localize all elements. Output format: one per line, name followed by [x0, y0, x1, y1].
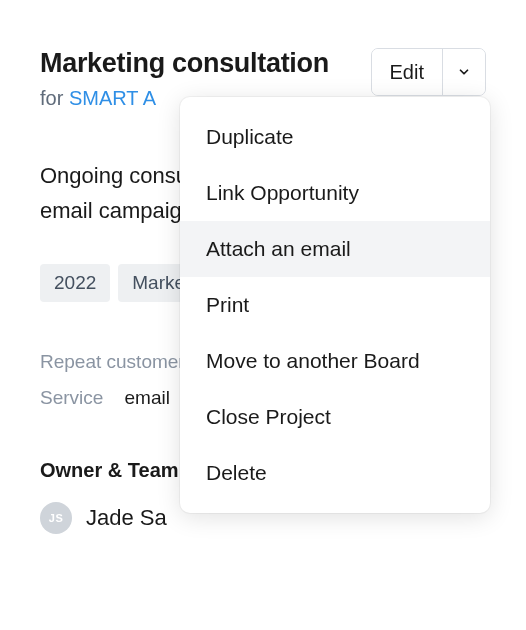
menu-item[interactable]: Close Project: [180, 389, 490, 445]
page-title: Marketing consultation: [40, 48, 371, 79]
edit-button-group: Edit: [371, 48, 486, 96]
menu-item[interactable]: Link Opportunity: [180, 165, 490, 221]
dropdown-toggle[interactable]: [442, 49, 485, 95]
repeat-customer-label: Repeat customer: [40, 351, 185, 372]
dropdown-menu: DuplicateLink OpportunityAttach an email…: [180, 97, 490, 513]
subtitle-link[interactable]: SMART A: [69, 87, 156, 109]
menu-item[interactable]: Print: [180, 277, 490, 333]
service-value: email: [124, 387, 169, 408]
tag[interactable]: 2022: [40, 264, 110, 302]
edit-button[interactable]: Edit: [372, 49, 442, 95]
menu-item[interactable]: Attach an email: [180, 221, 490, 277]
chevron-down-icon: [457, 65, 471, 79]
menu-item[interactable]: Duplicate: [180, 109, 490, 165]
subtitle-prefix: for: [40, 87, 69, 109]
service-label: Service: [40, 387, 103, 408]
menu-item[interactable]: Delete: [180, 445, 490, 501]
menu-item[interactable]: Move to another Board: [180, 333, 490, 389]
owner-name: Jade Sa: [86, 505, 167, 531]
avatar: JS: [40, 502, 72, 534]
